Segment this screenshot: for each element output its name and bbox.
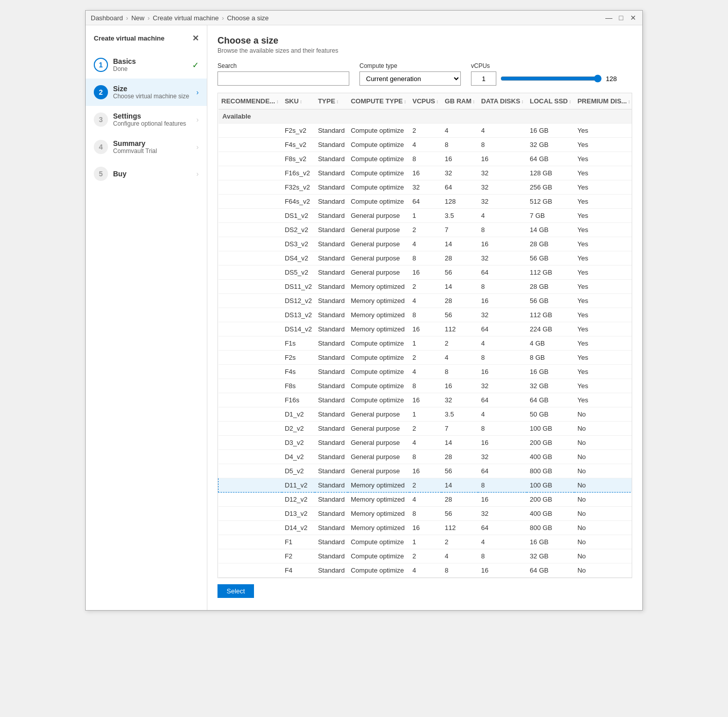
cell-sku-8: DS3_v2: [282, 237, 315, 251]
th-local-ssd[interactable]: LOCAL SSD↕: [527, 93, 574, 109]
table-row[interactable]: DS4_v2StandardGeneral purpose8283256 GBY…: [219, 251, 633, 266]
breadcrumb-new[interactable]: New: [131, 14, 144, 22]
table-row[interactable]: D13_v2StandardMemory optimized85632400 G…: [219, 507, 633, 521]
compute-type-select[interactable]: All types Current generation Previous ge…: [359, 71, 461, 86]
cell-sku-10: DS5_v2: [282, 266, 315, 280]
cell-vcpus-6: 1: [410, 209, 442, 223]
step-arrow-4: ›: [196, 143, 199, 151]
cell-recommended-6: [219, 209, 282, 223]
sidebar-close-button[interactable]: ✕: [192, 33, 199, 43]
sidebar-item-buy[interactable]: 5 Buy ›: [86, 161, 207, 187]
th-data-disks[interactable]: DATA DISKS↕: [478, 93, 527, 109]
th-vcpus[interactable]: VCPUS↕: [410, 93, 442, 109]
minimize-button[interactable]: —: [605, 14, 613, 22]
table-row[interactable]: D1_v2StandardGeneral purpose13.5450 GBNo: [219, 407, 633, 422]
cell-compute_type-28: Memory optimized: [348, 521, 410, 535]
cell-type-9: Standard: [315, 251, 348, 266]
th-type[interactable]: TYPE↕: [315, 93, 348, 109]
table-row[interactable]: F16sStandardCompute optimize16326464 GBY…: [219, 393, 633, 407]
table-row[interactable]: D3_v2StandardGeneral purpose41416200 GBN…: [219, 436, 633, 450]
cell-recommended-8: [219, 237, 282, 251]
cell-data_disks-24: 64: [478, 464, 527, 478]
cell-premium_dis-8: Yes: [574, 237, 632, 251]
search-input[interactable]: [217, 71, 349, 86]
table-row[interactable]: F32s_v2StandardCompute optimize326432256…: [219, 180, 633, 195]
cell-gb_ram-21: 7: [442, 422, 478, 436]
table-row[interactable]: F4sStandardCompute optimize481616 GBYes: [219, 365, 633, 379]
search-label: Search: [217, 62, 349, 69]
cell-type-29: Standard: [315, 535, 348, 549]
cell-type-23: Standard: [315, 450, 348, 464]
sidebar-item-summary[interactable]: 4 Summary Commvault Trial ›: [86, 133, 207, 161]
th-gb-ram[interactable]: GB RAM↕: [442, 93, 478, 109]
cell-premium_dis-23: No: [574, 450, 632, 464]
table-row[interactable]: F2sStandardCompute optimize2488 GBYes: [219, 351, 633, 365]
th-sku[interactable]: SKU↕: [282, 93, 315, 109]
cell-compute_type-1: Compute optimize: [348, 138, 410, 152]
maximize-button[interactable]: □: [617, 14, 625, 22]
cell-vcpus-5: 64: [410, 195, 442, 209]
table-row[interactable]: DS11_v2StandardMemory optimized214828 GB…: [219, 280, 633, 294]
cell-premium_dis-2: Yes: [574, 152, 632, 166]
sidebar-item-basics[interactable]: 1 Basics Done ✓: [86, 51, 207, 79]
table-row[interactable]: D2_v2StandardGeneral purpose278100 GBNo: [219, 422, 633, 436]
th-compute-type[interactable]: COMPUTE TYPE↕: [348, 93, 410, 109]
table-row[interactable]: F2StandardCompute optimize24832 GBNo: [219, 549, 633, 563]
table-row[interactable]: DS1_v2StandardGeneral purpose13.547 GBYe…: [219, 209, 633, 223]
table-row[interactable]: F8sStandardCompute optimize8163232 GBYes: [219, 379, 633, 393]
table-row[interactable]: D11_v2StandardMemory optimized2148100 GB…: [219, 478, 633, 493]
cell-local_ssd-14: 224 GB: [527, 322, 574, 336]
cell-sku-31: F4: [282, 563, 315, 578]
cell-sku-24: D5_v2: [282, 464, 315, 478]
sidebar-item-size[interactable]: 2 Size Choose virtual machine size ›: [86, 79, 207, 106]
sidebar-item-settings[interactable]: 3 Settings Configure optional features ›: [86, 106, 207, 133]
cell-premium_dis-0: Yes: [574, 124, 632, 138]
th-recommended[interactable]: RECOMMENDE...↕: [219, 93, 282, 109]
vcpu-min-input[interactable]: [471, 71, 496, 86]
footer: Select: [217, 578, 632, 600]
cell-data_disks-13: 32: [478, 308, 527, 322]
table-row[interactable]: D5_v2StandardGeneral purpose165664800 GB…: [219, 464, 633, 478]
table-row[interactable]: DS5_v2StandardGeneral purpose165664112 G…: [219, 266, 633, 280]
table-row[interactable]: D4_v2StandardGeneral purpose82832400 GBN…: [219, 450, 633, 464]
breadcrumb-create-vm[interactable]: Create virtual machine: [153, 14, 219, 22]
table-row[interactable]: F1StandardCompute optimize12416 GBNo: [219, 535, 633, 549]
select-button[interactable]: Select: [217, 584, 254, 598]
table-row[interactable]: F4StandardCompute optimize481664 GBNo: [219, 563, 633, 578]
cell-type-19: Standard: [315, 393, 348, 407]
table-row[interactable]: F8s_v2StandardCompute optimize8161664 GB…: [219, 152, 633, 166]
table-row[interactable]: DS2_v2StandardGeneral purpose27814 GBYes: [219, 223, 633, 237]
cell-local_ssd-2: 64 GB: [527, 152, 574, 166]
table-row[interactable]: F16s_v2StandardCompute optimize163232128…: [219, 166, 633, 180]
breadcrumb-dashboard[interactable]: Dashboard: [91, 14, 123, 22]
close-button[interactable]: ✕: [629, 14, 637, 22]
table-row[interactable]: F4s_v2StandardCompute optimize48832 GBYe…: [219, 138, 633, 152]
cell-premium_dis-4: Yes: [574, 180, 632, 195]
cell-premium_dis-18: Yes: [574, 379, 632, 393]
table-row[interactable]: DS3_v2StandardGeneral purpose4141628 GBY…: [219, 237, 633, 251]
cell-gb_ram-5: 128: [442, 195, 478, 209]
table-row[interactable]: D14_v2StandardMemory optimized1611264800…: [219, 521, 633, 535]
cell-sku-26: D12_v2: [282, 493, 315, 507]
table-row[interactable]: F1sStandardCompute optimize1244 GBYes: [219, 336, 633, 351]
table-row[interactable]: DS14_v2StandardMemory optimized161126422…: [219, 322, 633, 336]
cell-type-13: Standard: [315, 308, 348, 322]
table-row[interactable]: F2s_v2StandardCompute optimize24416 GBYe…: [219, 124, 633, 138]
cell-premium_dis-28: No: [574, 521, 632, 535]
vcpu-slider[interactable]: [500, 74, 602, 83]
table-row[interactable]: DS12_v2StandardMemory optimized4281656 G…: [219, 294, 633, 308]
cell-premium_dis-14: Yes: [574, 322, 632, 336]
table-row[interactable]: F64s_v2StandardCompute optimize641283251…: [219, 195, 633, 209]
cell-type-12: Standard: [315, 294, 348, 308]
cell-compute_type-3: Compute optimize: [348, 166, 410, 180]
breadcrumb: Dashboard › New › Create virtual machine…: [91, 14, 269, 22]
step-sublabel-2: Choose virtual machine size: [113, 93, 194, 100]
table-row[interactable]: DS13_v2StandardMemory optimized85632112 …: [219, 308, 633, 322]
cell-local_ssd-19: 64 GB: [527, 393, 574, 407]
cell-vcpus-29: 1: [410, 535, 442, 549]
cell-data_disks-19: 64: [478, 393, 527, 407]
cell-type-3: Standard: [315, 166, 348, 180]
table-row[interactable]: D12_v2StandardMemory optimized42816200 G…: [219, 493, 633, 507]
th-premium-dis[interactable]: PREMIUM DIS...↕: [574, 93, 632, 109]
cell-premium_dis-24: No: [574, 464, 632, 478]
